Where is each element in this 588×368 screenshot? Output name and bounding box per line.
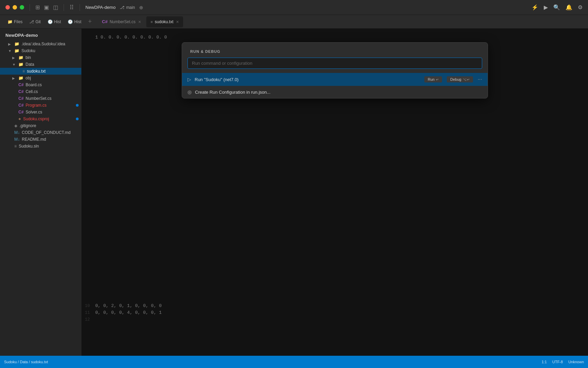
sidebar-item-code-of-conduct[interactable]: M↓ CODE_OF_CONDUCT.md <box>0 129 81 136</box>
modified-badge-csproj <box>76 118 79 120</box>
history1-nav[interactable]: 🕐 Hist <box>46 18 63 26</box>
sudoku-sln-label: Sudoku.sln <box>19 144 39 149</box>
files-nav[interactable]: 📁 Files <box>5 18 24 26</box>
hist1-label: Hist <box>54 19 61 24</box>
program-cs-label: Program.cs <box>26 103 46 108</box>
txt-file-icon: ≡ <box>22 69 25 74</box>
cs-icon-solver: C# <box>18 110 23 114</box>
obj-label: obj <box>26 76 31 80</box>
more-options-icon[interactable]: ··· <box>478 76 482 82</box>
idea-label: .idea/.idea.Sudoku/.idea <box>21 42 65 46</box>
tab-numberset-close[interactable]: × <box>138 19 141 24</box>
git-nav[interactable]: ⎇ Git <box>27 18 43 26</box>
add-profile-icon[interactable]: ⊕ <box>139 5 143 10</box>
files-label: Files <box>14 19 22 24</box>
statusbar-left: Sudoku / Data / sudoku.txt <box>4 360 48 364</box>
new-tab-button[interactable]: + <box>86 18 94 25</box>
tabbar: 📁 Files ⎇ Git 🕐 Hist 🕐 Hist + C# NumberS… <box>0 15 588 29</box>
sidebar-item-data[interactable]: ▼ 📁 Data <box>0 61 81 68</box>
run-label: Run <box>428 77 435 81</box>
divider2 <box>64 4 64 11</box>
sidebar-item-bin[interactable]: ▶ 📁 bin <box>0 54 81 61</box>
sidebar-item-sudoku-txt[interactable]: ≡ sudoku.txt <box>0 68 81 75</box>
code-of-conduct-label: CODE_OF_CONDUCT.md <box>22 130 70 135</box>
editor-area[interactable]: 1 0. 0. 0. 0. 0. 0. 0. 0. 0 RUN & DEBUG … <box>82 29 588 356</box>
clock-icon1: 🕐 <box>48 19 53 24</box>
sidebar-item-board-cs[interactable]: C# Board.cs <box>0 81 81 88</box>
git-file-icon: ◈ <box>14 123 17 128</box>
grid-icon[interactable]: ⠿ <box>69 4 74 11</box>
close-button[interactable] <box>5 5 10 10</box>
statusbar-right: 1:1 UTF-8 Unknown <box>542 360 584 364</box>
run-shortcut: ↵ <box>436 78 439 81</box>
sudoku-folder-label: Sudoku <box>21 48 35 53</box>
branch-indicator[interactable]: ⎇ main <box>120 5 135 10</box>
sidebar-item-cell-cs[interactable]: C# Cell.cs <box>0 88 81 95</box>
sidebar-item-idea[interactable]: ▶ 📁 .idea/.idea.Sudoku/.idea <box>0 41 81 47</box>
sidebar-item-program-cs[interactable]: C# Program.cs <box>0 102 81 109</box>
maximize-button[interactable] <box>20 5 24 10</box>
chevron-down-icon: ▼ <box>8 49 12 53</box>
chevron-right-icon3: ▶ <box>12 76 16 80</box>
dialog-input-row <box>182 58 488 73</box>
lightning-icon[interactable]: ⚡ <box>532 4 538 11</box>
md-icon-readme: M↓ <box>14 137 20 142</box>
run-sudoku-option[interactable]: ▷ Run "Sudoku" (net7.0) Run ↵ Debug ⌥↵ ·… <box>182 73 488 86</box>
run-command-input[interactable] <box>187 58 482 69</box>
clock-icon2: 🕐 <box>68 19 73 24</box>
split-icon[interactable]: ◫ <box>53 4 58 11</box>
cs-icon: C# <box>102 19 108 24</box>
settings-icon[interactable]: ⚙ <box>578 4 583 11</box>
gitignore-label: .gitignore <box>19 123 36 128</box>
sidebar: NewDPA-demo ▶ 📁 .idea/.idea.Sudoku/.idea… <box>0 29 82 356</box>
sidebar-item-sudoku-folder[interactable]: ▼ 📁 Sudoku <box>0 47 81 54</box>
tab-sudoku-txt[interactable]: ≡ sudoku.txt × <box>146 16 183 27</box>
layout-icon[interactable]: ▣ <box>44 4 49 11</box>
tab-numberset-label: NumberSet.cs <box>110 19 135 24</box>
tab-sudoku-label: sudoku.txt <box>155 19 174 24</box>
tab-sudoku-close[interactable]: × <box>176 19 179 24</box>
tab-numberset-cs[interactable]: C# NumberSet.cs × <box>98 16 145 27</box>
run-button[interactable]: Run ↵ <box>424 76 442 82</box>
chevron-right-icon2: ▶ <box>12 56 16 60</box>
modified-badge-program <box>76 104 79 107</box>
divider3 <box>80 4 80 11</box>
folder-icon: 📁 <box>14 42 19 46</box>
data-folder-icon: 📁 <box>18 62 23 67</box>
create-config-label: Create Run Configuration in run.json... <box>195 90 482 95</box>
cs-icon-cell: C# <box>18 89 23 94</box>
proj-icon: ⋄ <box>18 117 21 121</box>
cursor-position: 1:1 <box>542 360 547 364</box>
chevron-down-icon2: ▼ <box>12 63 16 66</box>
bell-icon[interactable]: 🔔 <box>566 4 572 11</box>
branch-name: main <box>126 5 135 10</box>
play-icon[interactable]: ▶ <box>544 4 548 11</box>
cell-cs-label: Cell.cs <box>26 89 38 94</box>
sidebar-item-gitignore[interactable]: ◈ .gitignore <box>0 122 81 129</box>
minimize-button[interactable] <box>13 5 17 10</box>
debug-button[interactable]: Debug ⌥↵ <box>447 76 473 82</box>
sidebar-item-sudoku-sln[interactable]: ≡ Sudoku.sln <box>0 143 81 150</box>
sidebar-item-obj[interactable]: ▶ 📁 obj <box>0 75 81 81</box>
chevron-right-icon: ▶ <box>8 42 12 46</box>
cs-icon-program: C# <box>18 103 23 108</box>
cs-icon-numberset: C# <box>18 96 23 101</box>
sidebar-item-numberset-cs[interactable]: C# NumberSet.cs <box>0 95 81 102</box>
search-icon[interactable]: 🔍 <box>553 4 560 11</box>
tabbar-left: 📁 Files ⎇ Git 🕐 Hist 🕐 Hist + <box>3 18 97 26</box>
bin-label: bin <box>26 55 31 60</box>
sidebar-item-solver-cs[interactable]: C# Solver.cs <box>0 109 81 116</box>
divider <box>30 4 30 11</box>
create-run-config-option[interactable]: ◎ Create Run Configuration in run.json..… <box>182 86 488 98</box>
titlebar-actions: ⚡ ▶ 🔍 🔔 ⚙ <box>532 4 583 11</box>
git-label: Git <box>35 19 40 24</box>
sidebar-toggle-icon[interactable]: ⊞ <box>35 4 40 11</box>
sidebar-item-sudoku-csproj[interactable]: ⋄ Sudoku.csproj <box>0 116 81 122</box>
sidebar-item-readme[interactable]: M↓ README.md <box>0 136 81 143</box>
history2-nav[interactable]: 🕐 Hist <box>66 18 83 26</box>
git-icon: ⎇ <box>29 19 34 24</box>
traffic-lights <box>5 5 24 10</box>
debug-shortcut: ⌥↵ <box>463 78 470 81</box>
hist2-label: Hist <box>74 19 81 24</box>
config-icon: ◎ <box>187 89 192 95</box>
